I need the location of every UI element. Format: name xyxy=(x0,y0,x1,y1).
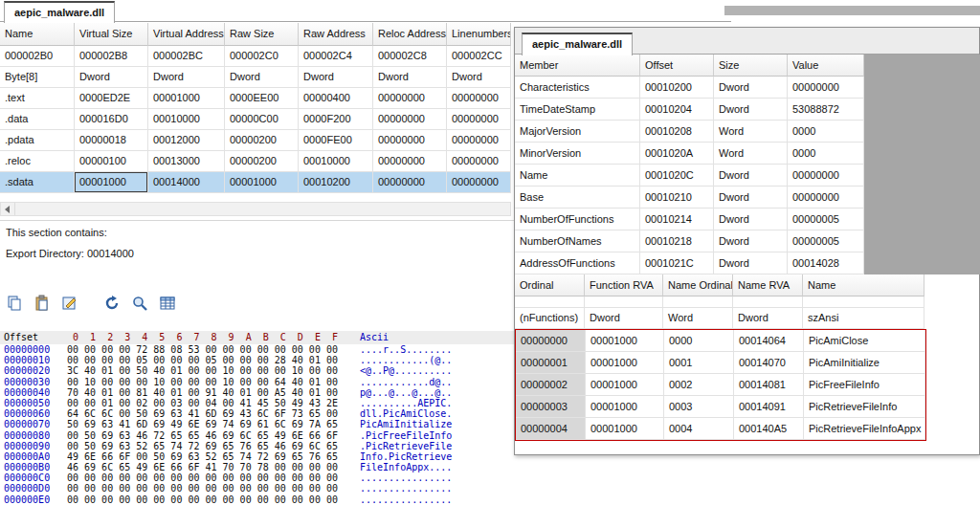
hex-row-ascii[interactable]: ............d@.. xyxy=(360,377,452,387)
table-cell[interactable]: 00010000 xyxy=(148,109,225,130)
table-cell[interactable]: .text xyxy=(0,88,75,109)
hex-row-bytes[interactable]: 00 10 00 00 00 10 00 00 00 10 00 00 64 4… xyxy=(67,377,360,387)
hex-row-ascii[interactable]: ................ xyxy=(360,494,452,505)
table-cell[interactable]: 00001000 xyxy=(148,88,225,109)
table-cell[interactable]: 000002C4 xyxy=(299,46,373,67)
hex-row-bytes[interactable]: 00 00 00 00 00 00 00 00 00 00 00 00 00 0… xyxy=(67,494,360,505)
member-table-row[interactable]: TimeDateStamp 00010204 Dword 53088872 xyxy=(515,99,864,121)
table-cell[interactable]: 00000018 xyxy=(75,130,148,151)
table-cell[interactable]: 0004 xyxy=(664,418,734,440)
table-cell[interactable]: PicRetrieveFileInfo xyxy=(804,396,925,418)
table-cell[interactable]: Dword xyxy=(299,67,373,88)
table-cell[interactable]: 00010204 xyxy=(640,99,714,121)
table-cell[interactable]: 00000000 xyxy=(447,88,511,109)
table-cell[interactable]: Dword xyxy=(714,231,788,252)
hex-row-bytes[interactable]: 00 00 00 00 05 00 00 00 05 00 00 00 28 4… xyxy=(67,355,360,365)
section-table-row[interactable]: .pdata 00000018 00012000 00000200 0000FE… xyxy=(0,130,511,151)
table-cell[interactable]: 00000002 xyxy=(516,374,586,396)
hex-row-ascii[interactable]: .PicRetrieveFile xyxy=(360,441,452,451)
table-cell[interactable]: 00014028 xyxy=(788,252,864,274)
table-cell[interactable]: 00014000 xyxy=(148,172,225,193)
search-icon[interactable] xyxy=(129,293,150,314)
table-cell[interactable]: Dword xyxy=(148,67,225,88)
hex-row[interactable]: 000000B046 69 6C 65 49 6E 66 6F 41 70 70… xyxy=(0,462,731,472)
table-cell[interactable]: 00000001 xyxy=(516,352,586,374)
hex-row-bytes[interactable]: 00 00 00 00 00 00 00 00 00 00 00 00 00 0… xyxy=(67,483,360,494)
hex-row-bytes[interactable]: 00 50 69 63 52 65 74 72 69 65 76 65 46 6… xyxy=(67,441,360,451)
table-cell[interactable]: 00010208 xyxy=(640,121,714,143)
table-cell[interactable]: 0000EE00 xyxy=(225,88,299,109)
table-cell[interactable]: 000140A5 xyxy=(734,418,804,440)
table-cell[interactable]: 000002C0 xyxy=(225,46,299,67)
export-function-row[interactable]: 00000004 00001000 0004 000140A5 PicRetri… xyxy=(516,418,925,440)
table-cell[interactable]: PicAmiClose xyxy=(804,330,925,352)
table-cell[interactable]: 00014064 xyxy=(734,330,804,352)
table-cell[interactable]: 00000000 xyxy=(373,151,447,172)
member-table-row[interactable]: Characteristics 00010200 Dword 00000000 xyxy=(515,77,864,99)
section-table-row[interactable]: .data 000016D0 00010000 00000C00 0000F20… xyxy=(0,109,511,130)
horizontal-scrollbar[interactable] xyxy=(0,202,511,216)
member-table-row[interactable]: NumberOfNames 00010218 Dword 00000005 xyxy=(515,231,864,252)
hex-row-ascii[interactable]: ..........AEPIC. xyxy=(360,398,452,408)
hex-row-bytes[interactable]: 64 6C 6C 00 50 69 63 41 6D 69 43 6C 6F 7… xyxy=(67,408,360,419)
hex-row-ascii[interactable]: PicAmiInitialize xyxy=(360,419,452,429)
hex-row-ascii[interactable]: Info.PicRetrieve xyxy=(360,451,452,462)
table-cell[interactable]: 00000000 xyxy=(788,77,864,99)
hex-row-ascii[interactable]: ................ xyxy=(360,472,452,483)
table-cell[interactable]: 0001020C xyxy=(640,165,714,187)
tab-aepic-malware-dll[interactable]: aepic_malware.dll xyxy=(4,1,115,23)
table-cell[interactable]: 00010218 xyxy=(640,231,714,252)
table-cell[interactable]: 00001000 xyxy=(586,396,664,418)
table-cell[interactable]: 00000000 xyxy=(373,130,447,151)
table-cell[interactable]: 00000C00 xyxy=(225,109,299,130)
refresh-icon[interactable] xyxy=(101,293,122,314)
table-cell[interactable]: 00001000 xyxy=(586,352,664,374)
table-cell[interactable]: 00010200 xyxy=(299,172,373,193)
table-cell[interactable]: 00000100 xyxy=(75,151,148,172)
table-cell[interactable]: 00001000 xyxy=(225,172,299,193)
table-cell[interactable]: 00001000 xyxy=(75,172,148,193)
table-cell[interactable]: Dword xyxy=(714,77,788,99)
table-cell[interactable]: 000002C8 xyxy=(373,46,447,67)
table-cell[interactable]: 000002B8 xyxy=(75,46,148,67)
table-cell[interactable]: PicFreeFileInfo xyxy=(804,374,925,396)
table-cell[interactable]: 000002B0 xyxy=(0,46,75,67)
export-function-row[interactable]: 00000002 00001000 0002 00014081 PicFreeF… xyxy=(516,374,925,396)
table-cell[interactable]: 53088872 xyxy=(788,99,864,121)
table-cell[interactable]: 000002BC xyxy=(148,46,225,67)
export-function-row[interactable]: 00000000 00001000 0000 00014064 PicAmiCl… xyxy=(516,330,925,352)
table-cell[interactable]: 00014081 xyxy=(734,374,804,396)
table-cell[interactable]: 00000004 xyxy=(516,418,586,440)
table-cell[interactable]: 00000000 xyxy=(447,130,511,151)
hex-row-ascii[interactable]: FileInfoAppx.... xyxy=(360,462,452,472)
table-cell[interactable]: NumberOfFunctions xyxy=(515,209,640,231)
member-table-row[interactable]: MinorVersion 0001020A Word 0000 xyxy=(515,143,864,165)
hex-row-ascii[interactable]: p@...@...@...@.. xyxy=(360,387,452,398)
table-cell[interactable]: 0001021C xyxy=(640,252,714,274)
hex-row-bytes[interactable]: 70 40 01 00 81 40 01 00 91 40 01 00 A5 4… xyxy=(67,387,360,398)
table-cell[interactable]: 0000 xyxy=(788,121,864,143)
table-cell[interactable]: 00010214 xyxy=(640,209,714,231)
section-table-row[interactable]: Byte[8] Dword Dword Dword Dword Dword Dw… xyxy=(0,67,511,88)
table-cell[interactable]: AddressOfFunctions xyxy=(515,252,640,274)
table-cell[interactable]: Base xyxy=(515,187,640,209)
table-cell[interactable]: 0003 xyxy=(664,396,734,418)
table-cell[interactable]: 00000005 xyxy=(788,231,864,252)
member-table-row[interactable]: Name 0001020C Dword 00000000 xyxy=(515,165,864,187)
hex-row-ascii[interactable]: ............(@.. xyxy=(360,355,452,365)
table-cell[interactable]: 0000FE00 xyxy=(299,130,373,151)
section-table-row[interactable]: .sdata 00001000 00014000 00001000 000102… xyxy=(0,172,511,193)
tab-aepic-malware-dll-exports[interactable]: aepic_malware.dll xyxy=(522,33,633,55)
table-cell[interactable]: 00013000 xyxy=(148,151,225,172)
table-cell[interactable]: 000016D0 xyxy=(75,109,148,130)
table-cell[interactable]: 00014070 xyxy=(734,352,804,374)
member-table-row[interactable]: AddressOfFunctions 0001021C Dword 000140… xyxy=(515,252,864,274)
hex-row-bytes[interactable]: 3C 40 01 00 50 40 01 00 00 10 00 00 00 1… xyxy=(67,365,360,376)
hex-row-ascii[interactable]: ....r..S........ xyxy=(360,344,452,355)
hex-row-bytes[interactable]: 00 50 69 63 46 72 65 65 46 69 6C 65 49 6… xyxy=(67,430,360,441)
write-icon[interactable] xyxy=(59,293,80,314)
table-cell[interactable]: 000002CC xyxy=(447,46,511,67)
table-cell[interactable]: 00000005 xyxy=(788,209,864,231)
table-cell[interactable]: Dword xyxy=(75,67,148,88)
table-cell[interactable]: Word xyxy=(714,121,788,143)
